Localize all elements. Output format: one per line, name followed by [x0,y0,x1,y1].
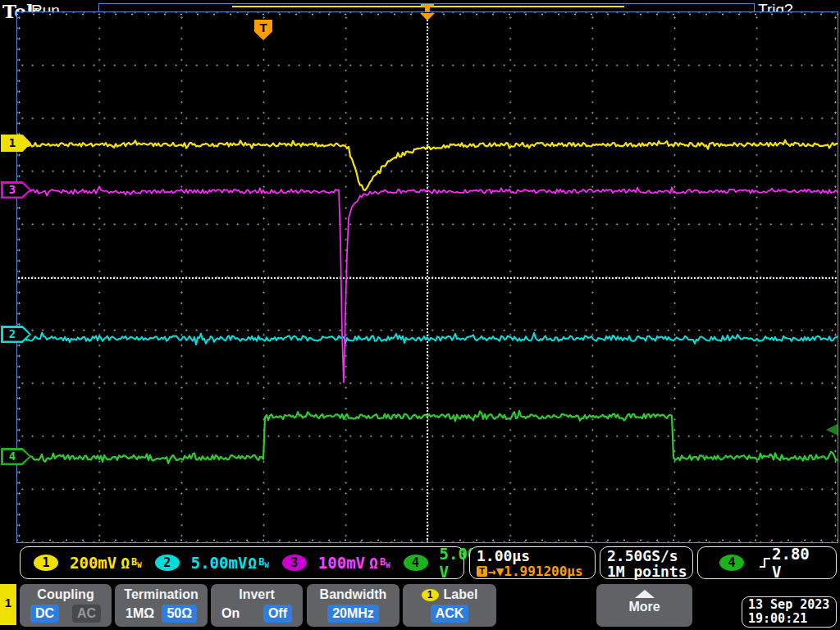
channel-1-marker-label: 1 [1,135,24,152]
rising-edge-icon [759,555,772,570]
label-channel-badge: 1 [422,589,439,601]
channel-3-impedance: Ω [369,555,378,572]
channel-1-impedance: Ω [121,555,130,572]
channel-2-scale: 5.00mV [191,554,248,572]
channel-2-marker-label: 2 [1,326,24,343]
channel-3-trace [17,187,838,383]
bandwidth-button[interactable]: Bandwidth 20MHz [307,584,399,627]
channel-1-bandwidth-indicator: BW [131,556,142,569]
trigger-readout: 4 2.80 V [697,546,837,579]
label-value-option[interactable]: ACK [431,605,469,623]
termination-title: Termination [124,587,198,602]
coupling-ac-option[interactable]: AC [72,605,101,623]
channel-3-scale: 100mV [318,554,365,572]
expansion-point-marker[interactable] [420,13,435,21]
channel-2-trace [17,333,838,345]
termination-50-option[interactable]: 50Ω [162,605,197,623]
channel-1-trace [17,140,838,190]
invert-title: Invert [239,587,275,602]
more-button[interactable]: More [596,584,692,627]
chevron-up-icon [635,590,655,598]
trigger-level-value: 2.80 V [772,545,826,581]
datetime-box: 13 Sep 2023 19:00:21 [742,596,837,628]
bandwidth-title: Bandwidth [320,587,387,602]
channel-3-marker-label: 3 [1,181,24,199]
trigger-level-arrow[interactable] [826,423,838,436]
channel-1-badge: 1 [34,555,58,571]
channel-4-marker-label: 4 [1,448,24,465]
oscilloscope-screen: Tek Run Trig? T 1 3 2 4 1 200m [0,0,840,630]
termination-1m-option[interactable]: 1MΩ [126,605,154,623]
channel-2-bandwidth-indicator: BW [258,556,269,569]
channel-3-badge: 3 [282,555,307,571]
time-value: 19:00:21 [748,612,836,626]
channel-4-trace [17,411,838,463]
timebase-scale: 1.00µs [477,548,595,564]
trigger-delay-readout: T→▼1.991200µs [477,564,595,579]
channel-4-marker[interactable]: 4 [1,448,31,465]
date-value: 13 Sep 2023 [748,598,836,612]
channel-readouts: 1 200mV Ω BW 2 5.00mV Ω BW 3 100mV Ω BW … [20,546,464,579]
acquisition-readout: 2.50GS/s 1M points [600,546,693,579]
channel-1-scale: 200mV [70,554,116,572]
channel-3-marker[interactable]: 3 [1,181,31,199]
more-label: More [628,600,660,614]
invert-on-option[interactable]: On [221,605,240,623]
record-trigger-marker[interactable] [421,4,434,11]
trigger-source-badge: 4 [719,555,744,571]
invert-off-option[interactable]: Off [263,605,292,623]
channel-3-bandwidth-indicator: BW [380,556,390,569]
label-button[interactable]: 1 Label ACK [403,584,496,627]
coupling-dc-option[interactable]: DC [30,605,59,623]
channel-2-marker[interactable]: 2 [1,326,31,343]
coupling-title: Coupling [37,587,94,602]
sample-rate: 2.50GS/s [607,548,692,564]
label-title: 1 Label [422,587,478,602]
waveform-traces [17,12,838,542]
bandwidth-value-option[interactable]: 20MHz [327,605,379,623]
channel-1-marker[interactable]: 1 [1,135,31,152]
channel-2-badge: 2 [155,555,180,571]
record-length: 1M points [607,564,692,579]
waveform-display: T [16,11,838,543]
timebase-readout: 1.00µs T→▼1.991200µs [469,546,596,579]
trigger-delay-value: 1.991200µs [504,564,582,579]
invert-button[interactable]: Invert On Off [211,584,303,627]
channel-4-badge: 4 [404,555,428,571]
termination-button[interactable]: Termination 1MΩ 50Ω [115,584,208,627]
channel-menu-tab: 1 [0,584,16,625]
coupling-button[interactable]: Coupling DC AC [20,584,112,627]
trigger-t-icon: T [477,566,487,577]
channel-2-impedance: Ω [248,555,257,572]
